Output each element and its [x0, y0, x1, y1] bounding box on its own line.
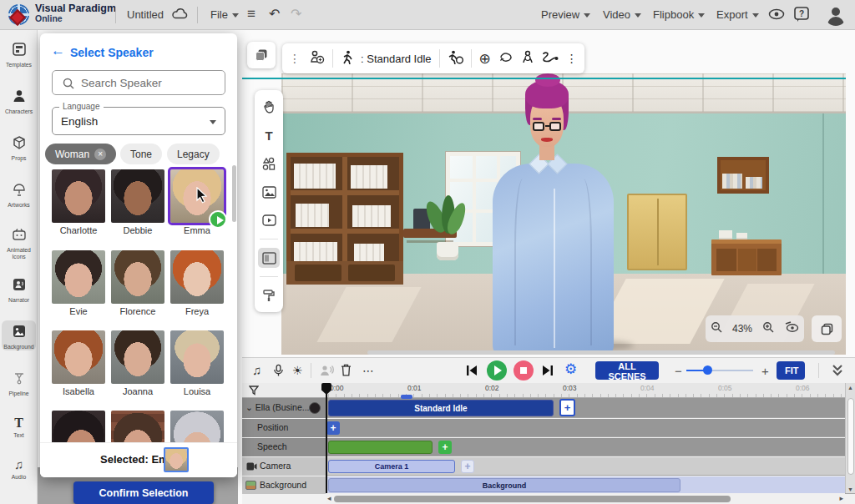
speaker-cell-joanna[interactable]: Joanna — [111, 330, 164, 396]
scene-viewport[interactable] — [281, 73, 846, 355]
flipbook-menu[interactable]: Flipbook — [653, 8, 705, 21]
pan-tool-button[interactable] — [258, 97, 280, 117]
play-button[interactable] — [487, 360, 507, 381]
remove-filter-icon[interactable]: × — [94, 149, 106, 160]
skip-end-icon[interactable] — [541, 365, 554, 380]
motion-icon[interactable] — [448, 50, 463, 68]
track-label-speech[interactable]: Speech — [242, 438, 326, 456]
playhead-line[interactable] — [326, 383, 327, 493]
filter-icon[interactable] — [249, 386, 259, 396]
clip-standard-idle[interactable]: Standard Idle — [328, 400, 554, 416]
user-avatar[interactable] — [825, 4, 847, 26]
track-label-background[interactable]: Background — [242, 476, 326, 494]
track-label-position[interactable]: Position — [242, 419, 326, 437]
file-menu[interactable]: File — [210, 8, 239, 21]
scroll-left-icon[interactable]: ◂ — [327, 494, 331, 502]
more-options-icon[interactable]: ⋮ — [566, 53, 578, 64]
track-label-camera[interactable]: Camera — [242, 457, 326, 476]
add-animation-button[interactable]: + — [559, 399, 575, 416]
speaker-cell-florence[interactable]: Florence — [111, 250, 164, 316]
preview-menu[interactable]: Preview — [541, 8, 590, 21]
zoom-in-icon[interactable] — [762, 321, 774, 336]
export-menu[interactable]: Export — [716, 8, 759, 21]
sidebar-item-animated-icons[interactable]: Animated Icons — [2, 224, 36, 260]
speaker-cell-isabella[interactable]: Isabella — [52, 330, 105, 396]
confirm-selection-button[interactable]: Confirm Selection — [73, 481, 214, 504]
scroll-right-icon[interactable]: ▸ — [839, 494, 843, 502]
track-label-character[interactable]: ⌄ Ella (Busine... — [242, 398, 326, 418]
undo-icon[interactable]: ↶ — [269, 6, 280, 22]
paint-tool-button[interactable] — [258, 285, 280, 305]
timeline-zoom-in[interactable]: + — [761, 364, 769, 378]
hamburger-menu-icon[interactable]: ≡ — [247, 6, 255, 23]
image-tool-button[interactable] — [258, 182, 280, 202]
speaker-cell-louisa[interactable]: Louisa — [170, 330, 224, 396]
add-speech-button[interactable]: + — [438, 441, 452, 454]
speaker-cell-debbie[interactable]: Debbie — [111, 169, 164, 235]
help-icon[interactable]: ? — [793, 6, 810, 26]
timeline-zoom-out[interactable]: − — [675, 364, 682, 378]
play-preview-icon[interactable] — [209, 210, 227, 229]
language-select[interactable]: Language English — [52, 107, 225, 135]
sidebar-item-narrator[interactable]: Narrator — [2, 274, 36, 304]
timeline-zoom-knob[interactable] — [703, 365, 712, 375]
scroll-up-icon[interactable]: ▲ — [847, 385, 853, 391]
sidebar-item-artworks[interactable]: Artworks — [2, 179, 36, 209]
music-icon[interactable]: ♫ — [252, 363, 261, 378]
cloud-sync-icon[interactable] — [170, 7, 189, 25]
document-title[interactable]: Untitled — [127, 8, 164, 21]
zoom-value[interactable]: 43% — [732, 323, 752, 335]
sidebar-item-text[interactable]: T Text — [2, 412, 36, 439]
speaker-person-icon[interactable] — [319, 365, 334, 380]
shapes-tool-button[interactable] — [258, 154, 280, 174]
sidebar-item-audio[interactable]: ♫ Audio — [2, 454, 36, 481]
skip-start-icon[interactable] — [466, 365, 478, 380]
stop-button[interactable] — [514, 360, 534, 381]
more-icon[interactable]: ⋯ — [362, 363, 374, 378]
fit-button[interactable]: FIT — [777, 361, 805, 380]
hide-ui-icon[interactable] — [784, 321, 799, 336]
add-position-button[interactable]: + — [326, 421, 340, 435]
clip-background[interactable]: Background — [328, 478, 680, 492]
layout-tool-button[interactable] — [258, 248, 280, 268]
text-tool-button[interactable]: T — [258, 125, 280, 145]
canvas-horizontal-scrollbar[interactable] — [367, 350, 835, 355]
orbit-icon[interactable]: ⊕ — [479, 52, 491, 66]
speaker-search-input[interactable]: Search Speaker — [52, 70, 225, 95]
back-arrow-icon[interactable]: ← — [51, 43, 65, 59]
scrollbar-thumb[interactable] — [334, 496, 731, 502]
sidebar-item-props[interactable]: Props — [2, 132, 36, 162]
filter-chip-woman[interactable]: Woman × — [45, 144, 116, 164]
duplicate-view-button[interactable] — [812, 315, 842, 342]
drag-handle-icon[interactable]: ⋮ — [289, 53, 301, 64]
video-tool-button[interactable] — [258, 210, 280, 230]
speaker-cell-charlotte[interactable]: Charlotte — [52, 169, 105, 235]
character-track-avatar[interactable] — [309, 402, 321, 414]
add-camera-button[interactable]: + — [461, 460, 474, 473]
sidebar-item-characters[interactable]: Characters — [2, 85, 36, 115]
panel-scrollbar[interactable] — [232, 165, 236, 222]
filter-chip-tone[interactable]: Tone — [120, 144, 162, 164]
effects-icon[interactable]: ☀ — [292, 363, 303, 378]
speaker-cell-freya[interactable]: Freya — [170, 250, 224, 316]
timeline-vertical-scrollbar[interactable]: ▲ ▼ — [845, 383, 855, 493]
redo-icon[interactable]: ↷ — [291, 6, 301, 22]
sidebar-item-templates[interactable]: Templates — [2, 38, 36, 68]
all-scenes-button[interactable]: ALL SCENES — [595, 361, 659, 380]
collapse-timeline-icon[interactable] — [832, 364, 843, 381]
scroll-down-icon[interactable]: ▼ — [847, 486, 853, 492]
duplicate-scene-button[interactable] — [247, 42, 276, 68]
rotate-icon[interactable] — [498, 51, 514, 66]
idle-animation-icon[interactable] — [341, 50, 353, 68]
clip-speech[interactable] — [328, 441, 433, 454]
collapse-track-icon[interactable]: ⌄ — [245, 402, 253, 412]
zoom-out-icon[interactable] — [711, 321, 722, 336]
filter-chip-legacy[interactable]: Legacy — [167, 144, 220, 164]
trash-icon[interactable] — [341, 364, 352, 380]
video-menu[interactable]: Video — [603, 8, 641, 21]
clip-camera-1[interactable]: Camera 1 — [328, 460, 455, 473]
timeline-horizontal-scrollbar[interactable]: ◂ ▸ — [326, 493, 845, 504]
sidebar-item-pipeline[interactable]: Pipeline — [2, 367, 36, 397]
speaker-cell-evie[interactable]: Evie — [52, 250, 105, 316]
scrollbar-thumb[interactable] — [847, 398, 854, 475]
